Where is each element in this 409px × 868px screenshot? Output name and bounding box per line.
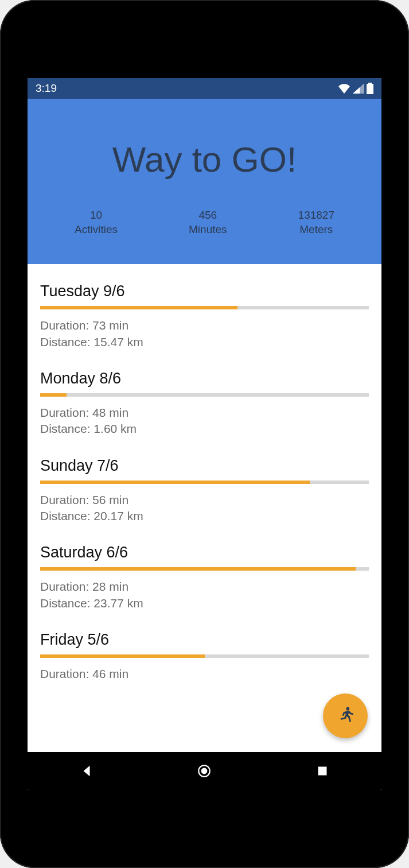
- activity-row[interactable]: Saturday 6/6Duration: 28 minDistance: 23…: [38, 531, 371, 618]
- activity-progress-fill: [40, 654, 205, 658]
- activity-title: Tuesday 9/6: [40, 282, 369, 300]
- activity-duration: Duration: 56 min: [40, 492, 369, 508]
- activity-title: Saturday 6/6: [40, 544, 369, 561]
- activity-meta: Duration: 46 min: [40, 666, 369, 682]
- hero-title: Way to GO!: [39, 139, 370, 180]
- stat-minutes: 456 Minutes: [189, 208, 227, 237]
- hero: Way to GO! 10 Activities 456 Minutes 131…: [28, 99, 381, 264]
- activity-row[interactable]: Tuesday 9/6Duration: 73 minDistance: 15.…: [38, 270, 371, 357]
- activity-progress-fill: [40, 567, 356, 571]
- activity-list[interactable]: Tuesday 9/6Duration: 73 minDistance: 15.…: [28, 264, 381, 752]
- device-frame: 3:19 Way to GO!: [0, 0, 409, 868]
- stat-minutes-value: 456: [189, 208, 227, 223]
- battery-icon: [367, 83, 373, 94]
- start-activity-fab[interactable]: [323, 693, 368, 738]
- activity-distance: Distance: 20.17 km: [40, 508, 369, 524]
- activity-duration: Duration: 46 min: [40, 666, 369, 682]
- svg-point-4: [201, 768, 208, 774]
- activity-row[interactable]: Monday 8/6Duration: 48 minDistance: 1.60…: [38, 357, 371, 444]
- activity-progress: [40, 567, 369, 571]
- activity-progress-fill: [40, 393, 67, 397]
- wifi-icon: [338, 83, 350, 94]
- activity-progress: [40, 480, 369, 484]
- activity-meta: Duration: 56 minDistance: 20.17 km: [40, 492, 369, 525]
- svg-rect-1: [368, 83, 372, 84]
- activity-progress-fill: [40, 306, 237, 309]
- activity-progress: [40, 393, 369, 397]
- activity-progress-fill: [40, 480, 310, 484]
- activity-distance: Distance: 1.60 km: [40, 421, 369, 437]
- activity-title: Monday 8/6: [40, 370, 369, 388]
- activity-progress: [40, 306, 369, 309]
- device-inner: 3:19 Way to GO!: [10, 10, 399, 858]
- nav-back-button[interactable]: [79, 763, 95, 779]
- screen: 3:19 Way to GO!: [28, 78, 381, 790]
- svg-rect-5: [318, 767, 327, 776]
- stat-minutes-label: Minutes: [189, 223, 227, 237]
- activity-title: Sunday 7/6: [40, 457, 369, 475]
- activity-distance: Distance: 23.77 km: [40, 595, 369, 611]
- stat-meters-label: Meters: [298, 223, 334, 237]
- stat-activities: 10 Activities: [75, 208, 118, 237]
- stat-activities-label: Activities: [75, 223, 118, 237]
- svg-rect-0: [367, 84, 373, 94]
- running-icon: [336, 706, 355, 727]
- activity-duration: Duration: 48 min: [40, 405, 369, 421]
- nav-recent-button[interactable]: [314, 763, 330, 779]
- activity-title: Friday 5/6: [40, 631, 369, 649]
- activity-meta: Duration: 48 minDistance: 1.60 km: [40, 405, 369, 437]
- activity-meta: Duration: 73 minDistance: 15.47 km: [40, 317, 369, 350]
- activity-distance: Distance: 15.47 km: [40, 334, 369, 350]
- activity-progress: [40, 654, 369, 658]
- stat-activities-value: 10: [75, 208, 118, 223]
- activity-duration: Duration: 73 min: [40, 317, 369, 334]
- hero-stats: 10 Activities 456 Minutes 131827 Meters: [39, 208, 370, 237]
- status-bar: 3:19: [28, 78, 381, 99]
- stat-meters: 131827 Meters: [298, 208, 334, 237]
- cell-signal-icon: [353, 83, 364, 94]
- svg-point-2: [346, 707, 349, 710]
- status-time: 3:19: [36, 82, 57, 95]
- activity-row[interactable]: Friday 5/6Duration: 46 min: [38, 618, 371, 689]
- activity-row[interactable]: Sunday 7/6Duration: 56 minDistance: 20.1…: [38, 444, 371, 532]
- stat-meters-value: 131827: [298, 208, 334, 223]
- activity-duration: Duration: 28 min: [40, 579, 369, 595]
- status-icons: [338, 83, 373, 94]
- system-nav-bar: [28, 752, 381, 790]
- activity-meta: Duration: 28 minDistance: 23.77 km: [40, 579, 369, 611]
- nav-home-button[interactable]: [196, 763, 212, 779]
